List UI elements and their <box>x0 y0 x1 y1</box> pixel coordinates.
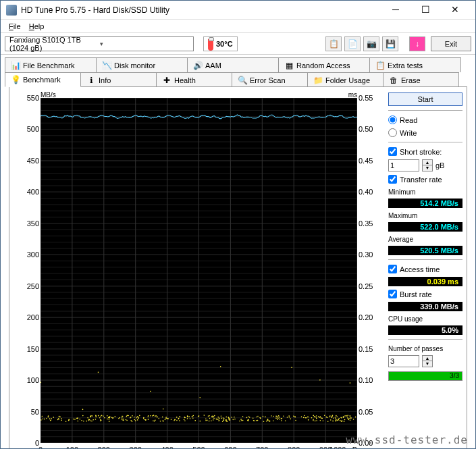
stroke-unit: gB <box>435 161 444 169</box>
tabs-row-bottom: 💡BenchmarkℹInfo✚Health🔍Error Scan📁Folder… <box>5 72 471 87</box>
svg-point-246 <box>265 417 266 418</box>
svg-point-100 <box>249 417 250 418</box>
svg-point-409 <box>344 415 346 417</box>
svg-point-423 <box>315 417 316 418</box>
svg-point-151 <box>59 416 60 417</box>
copy-info-button[interactable]: 📋 <box>325 36 342 51</box>
svg-point-82 <box>122 417 123 419</box>
watermark: www.ssd-tester.de <box>346 433 468 446</box>
tab-aam[interactable]: 🔊AAM <box>187 57 279 72</box>
svg-point-207 <box>307 417 309 418</box>
tab-error-scan[interactable]: 🔍Error Scan <box>232 72 308 87</box>
svg-point-287 <box>58 418 59 419</box>
tab-health[interactable]: ✚Health <box>156 72 232 87</box>
read-radio[interactable]: Read <box>388 115 462 124</box>
passes-spinner[interactable]: ▲▼ <box>422 355 433 367</box>
svg-point-377 <box>47 417 49 418</box>
svg-point-392 <box>123 420 124 421</box>
tab-file-benchmark[interactable]: 📊File Benchmark <box>5 57 97 72</box>
svg-point-116 <box>335 417 336 418</box>
menu-help[interactable]: Help <box>25 21 49 32</box>
svg-point-202 <box>90 420 91 421</box>
passes-input[interactable] <box>388 355 419 367</box>
short-stroke-input[interactable] <box>388 159 419 171</box>
svg-point-415 <box>154 421 155 422</box>
svg-point-268 <box>150 415 151 417</box>
svg-point-292 <box>153 415 155 416</box>
copy-screenshot-button[interactable]: 📄 <box>344 36 361 51</box>
exit-button[interactable]: Exit <box>431 36 471 51</box>
tab-folder-usage[interactable]: 📁Folder Usage <box>307 72 384 87</box>
svg-point-109 <box>184 419 185 421</box>
svg-point-274 <box>340 420 341 421</box>
svg-point-374 <box>219 417 220 419</box>
svg-point-295 <box>350 382 351 384</box>
access-time-check[interactable]: Access time <box>388 265 462 273</box>
svg-point-90 <box>74 419 76 420</box>
svg-point-210 <box>137 419 138 421</box>
svg-point-173 <box>171 419 172 420</box>
tab-random-access[interactable]: ▦Random Access <box>278 57 370 72</box>
short-stroke-check[interactable]: Short stroke: <box>388 147 462 156</box>
svg-point-317 <box>123 419 124 420</box>
x-ticks: 01002003004005006007008009001000mB <box>41 444 357 449</box>
tab-benchmark[interactable]: 💡Benchmark <box>5 72 81 87</box>
svg-point-350 <box>283 415 284 417</box>
minimize-button[interactable]: ─ <box>381 3 411 18</box>
start-button[interactable]: Start <box>388 93 462 106</box>
svg-point-166 <box>256 417 257 418</box>
stroke-spinner[interactable]: ▲▼ <box>422 159 433 171</box>
svg-point-337 <box>332 417 333 419</box>
screenshot-button[interactable]: 📷 <box>363 36 379 51</box>
svg-point-356 <box>160 421 161 422</box>
write-radio[interactable]: Write <box>388 128 462 137</box>
svg-point-245 <box>150 391 151 392</box>
svg-point-348 <box>255 420 256 421</box>
svg-point-364 <box>263 421 265 422</box>
svg-point-233 <box>207 420 208 421</box>
transfer-rate-check[interactable]: Transfer rate <box>388 175 462 184</box>
tab-erase[interactable]: 🗑Erase <box>383 72 459 87</box>
tab-icon: 📋 <box>375 61 385 70</box>
menu-file[interactable]: File <box>5 21 25 32</box>
svg-point-379 <box>107 415 108 417</box>
svg-point-144 <box>101 415 103 417</box>
svg-point-270 <box>327 417 328 418</box>
access-value: 0.039 ms <box>388 277 462 286</box>
toolbar: Fanxiang S101Q 1TB (1024 gB) ▾ 30°C 📋 📄 … <box>1 33 475 55</box>
close-button[interactable]: ✕ <box>440 3 470 18</box>
options-button[interactable]: ↓ <box>409 36 425 51</box>
svg-point-148 <box>41 419 42 421</box>
svg-point-311 <box>336 421 337 422</box>
tab-extra-tests[interactable]: 📋Extra tests <box>369 57 461 72</box>
burst-rate-check[interactable]: Burst rate <box>388 290 462 298</box>
maximize-button[interactable]: ☐ <box>411 3 440 18</box>
tab-disk-monitor[interactable]: 📉Disk monitor <box>96 57 188 72</box>
svg-point-256 <box>68 420 70 421</box>
svg-point-414 <box>212 416 213 417</box>
thermometer-icon <box>208 39 213 49</box>
svg-point-411 <box>148 415 149 417</box>
svg-point-401 <box>246 417 248 419</box>
svg-point-345 <box>343 417 344 418</box>
svg-point-363 <box>130 417 132 418</box>
svg-point-382 <box>155 419 156 421</box>
svg-point-335 <box>98 415 99 417</box>
save-button[interactable]: 💾 <box>382 36 398 51</box>
device-select[interactable]: Fanxiang S101Q 1TB (1024 gB) ▾ <box>5 36 194 51</box>
burst-value: 339.0 MB/s <box>388 302 462 311</box>
tab-info[interactable]: ℹInfo <box>80 72 157 87</box>
svg-point-203 <box>98 372 99 373</box>
svg-point-146 <box>126 420 128 421</box>
svg-point-161 <box>178 418 180 419</box>
cpu-label: CPU usage <box>388 315 462 323</box>
svg-point-384 <box>329 415 331 417</box>
svg-point-378 <box>187 415 188 417</box>
tab-icon: 📁 <box>313 76 323 85</box>
svg-point-396 <box>192 416 193 417</box>
tab-icon: 📊 <box>11 61 20 70</box>
tab-area: 📊File Benchmark📉Disk monitor🔊AAM▦Random … <box>1 55 475 449</box>
svg-point-142 <box>111 417 113 418</box>
svg-point-220 <box>127 415 128 417</box>
svg-point-362 <box>223 420 224 421</box>
